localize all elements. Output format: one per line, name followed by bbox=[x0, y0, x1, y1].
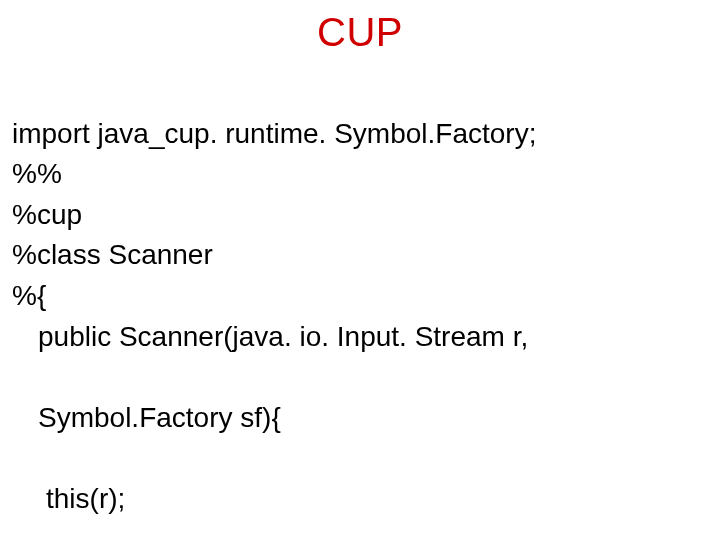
code-line: %cup bbox=[12, 199, 82, 230]
code-block: import java_cup. runtime. Symbol.Factory… bbox=[12, 73, 710, 540]
code-line: Symbol.Factory sf){ bbox=[12, 398, 710, 439]
code-line: %{ bbox=[12, 280, 46, 311]
slide-title: CUP bbox=[10, 10, 710, 55]
code-line: %class Scanner bbox=[12, 239, 213, 270]
code-line: import java_cup. runtime. Symbol.Factory… bbox=[12, 118, 536, 149]
code-line: this(r); bbox=[12, 479, 710, 520]
code-line: public Scanner(java. io. Input. Stream r… bbox=[12, 317, 710, 358]
code-line: %% bbox=[12, 158, 62, 189]
slide: CUP import java_cup. runtime. Symbol.Fac… bbox=[0, 0, 720, 540]
